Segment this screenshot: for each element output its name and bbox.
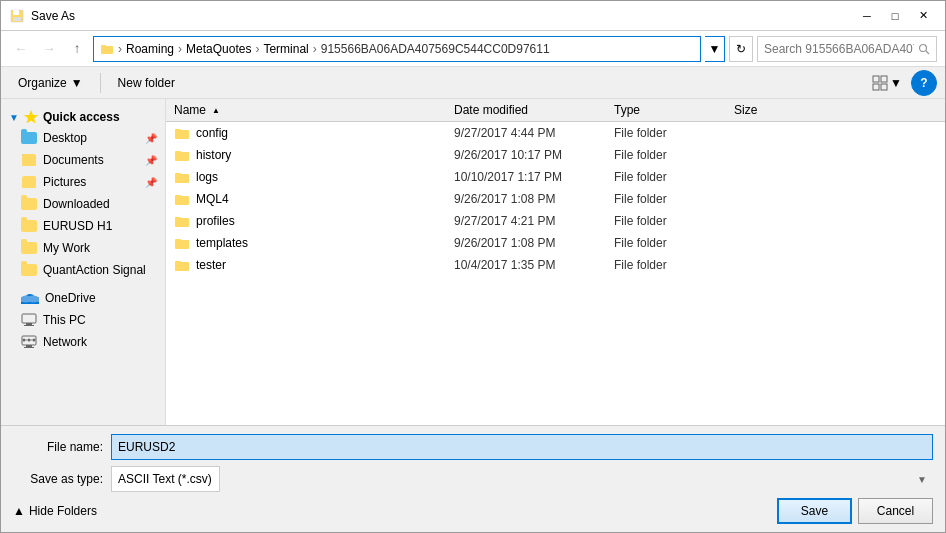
svg-rect-10 xyxy=(881,84,887,90)
sidebar-item-my-work[interactable]: My Work xyxy=(1,237,165,259)
address-dropdown-button[interactable]: ▼ xyxy=(705,36,725,62)
quick-access-header[interactable]: ▼ Quick access xyxy=(1,103,165,127)
column-headers: Name ▲ Date modified Type Size xyxy=(166,99,945,122)
organize-button[interactable]: Organize ▼ xyxy=(9,71,92,95)
documents-icon xyxy=(21,153,37,167)
bottom-section: File name: Save as type: ASCII Text (*.c… xyxy=(1,425,945,532)
address-bar: ← → ↑ › Roaming › MetaQuotes › Terminal … xyxy=(1,31,945,67)
svg-rect-22 xyxy=(26,323,32,325)
sidebar-item-eurusd-h1[interactable]: EURUSD H1 xyxy=(1,215,165,237)
svg-rect-8 xyxy=(881,76,887,82)
svg-rect-2 xyxy=(13,17,21,21)
save-button[interactable]: Save xyxy=(777,498,852,524)
svg-rect-25 xyxy=(26,345,32,347)
table-row[interactable]: history 9/26/2017 10:17 PM File folder xyxy=(166,144,945,166)
svg-marker-11 xyxy=(24,110,38,124)
main-area: ▼ Quick access Desktop 📌 Documents 📌 xyxy=(1,99,945,425)
help-button[interactable]: ? xyxy=(911,70,937,96)
svg-point-5 xyxy=(920,44,927,51)
svg-line-6 xyxy=(926,51,929,54)
svg-point-27 xyxy=(28,339,31,342)
back-button[interactable]: ← xyxy=(9,37,33,61)
col-header-type[interactable]: Type xyxy=(606,99,726,121)
sidebar-item-quantaction[interactable]: QuantAction Signal xyxy=(1,259,165,281)
svg-rect-43 xyxy=(175,239,181,242)
table-row[interactable]: tester 10/4/2017 1:35 PM File folder xyxy=(166,254,945,276)
folder-icon xyxy=(174,148,190,162)
svg-rect-45 xyxy=(175,261,181,264)
saveastype-row: Save as type: ASCII Text (*.csv) ▼ xyxy=(13,466,933,492)
folder-icon xyxy=(174,126,190,140)
sidebar-item-downloaded[interactable]: Downloaded xyxy=(1,193,165,215)
pictures-icon xyxy=(21,175,37,189)
sidebar-item-pictures[interactable]: Pictures 📌 xyxy=(1,171,165,193)
table-row[interactable]: profiles 9/27/2017 4:21 PM File folder xyxy=(166,210,945,232)
view-options-button[interactable]: ▼ xyxy=(867,71,907,95)
folder-icon xyxy=(174,192,190,206)
minimize-button[interactable]: ─ xyxy=(853,5,881,27)
sidebar-item-desktop[interactable]: Desktop 📌 xyxy=(1,127,165,149)
filename-label: File name: xyxy=(13,440,103,454)
onedrive-icon xyxy=(21,292,39,304)
search-box[interactable] xyxy=(757,36,937,62)
dialog-title: Save As xyxy=(31,9,75,23)
folder-icon xyxy=(174,258,190,272)
toolbar-separator xyxy=(100,73,101,93)
forward-button[interactable]: → xyxy=(37,37,61,61)
col-header-size[interactable]: Size xyxy=(726,99,806,121)
path-terminal[interactable]: Terminal xyxy=(263,42,308,56)
bottom-buttons-row: ▲ Hide Folders Save Cancel xyxy=(13,498,933,524)
thispc-icon xyxy=(21,313,37,327)
hide-folders-button[interactable]: ▲ Hide Folders xyxy=(13,504,97,518)
table-row[interactable]: templates 9/26/2017 1:08 PM File folder xyxy=(166,232,945,254)
cancel-button[interactable]: Cancel xyxy=(858,498,933,524)
pin-icon-documents: 📌 xyxy=(145,155,157,166)
filename-input[interactable] xyxy=(111,434,933,460)
saveastype-select[interactable]: ASCII Text (*.csv) xyxy=(111,466,220,492)
pin-icon-pictures: 📌 xyxy=(145,177,157,188)
quantaction-folder-icon xyxy=(21,264,37,276)
svg-rect-21 xyxy=(22,314,36,323)
sidebar-item-documents[interactable]: Documents 📌 xyxy=(1,149,165,171)
view-icon xyxy=(872,75,888,91)
svg-rect-37 xyxy=(175,173,181,176)
sidebar-item-network[interactable]: Network xyxy=(1,331,165,353)
address-path[interactable]: › Roaming › MetaQuotes › Terminal › 9155… xyxy=(93,36,701,62)
svg-rect-1 xyxy=(13,10,19,15)
folder-icon xyxy=(174,170,190,184)
sidebar-item-onedrive[interactable]: OneDrive xyxy=(1,287,165,309)
new-folder-button[interactable]: New folder xyxy=(109,71,184,95)
network-icon xyxy=(21,335,37,349)
folder-icon xyxy=(174,236,190,250)
svg-rect-9 xyxy=(873,84,879,90)
svg-rect-35 xyxy=(175,151,181,154)
select-arrow-icon: ▼ xyxy=(917,474,927,485)
path-metaquotes[interactable]: MetaQuotes xyxy=(186,42,251,56)
up-button[interactable]: ↑ xyxy=(65,37,89,61)
filename-row: File name: xyxy=(13,434,933,460)
path-roaming[interactable]: Roaming xyxy=(126,42,174,56)
close-button[interactable]: ✕ xyxy=(909,5,937,27)
eurusd-folder-icon xyxy=(21,220,37,232)
svg-rect-41 xyxy=(175,217,181,220)
path-guid: 915566BA06ADA407569C544CC0D97611 xyxy=(321,42,550,56)
content-area: Name ▲ Date modified Type Size xyxy=(166,99,945,425)
folder-icon xyxy=(174,214,190,228)
search-icon xyxy=(918,43,930,55)
maximize-button[interactable]: □ xyxy=(881,5,909,27)
quick-access-icon xyxy=(23,109,39,125)
svg-rect-39 xyxy=(175,195,181,198)
sidebar-item-thispc[interactable]: This PC xyxy=(1,309,165,331)
search-input[interactable] xyxy=(764,42,914,56)
title-bar: Save As ─ □ ✕ xyxy=(1,1,945,31)
svg-point-28 xyxy=(23,339,26,342)
col-header-date[interactable]: Date modified xyxy=(446,99,606,121)
svg-rect-4 xyxy=(101,45,106,48)
refresh-button[interactable]: ↻ xyxy=(729,36,753,62)
table-row[interactable]: logs 10/10/2017 1:17 PM File folder xyxy=(166,166,945,188)
table-row[interactable]: MQL4 9/26/2017 1:08 PM File folder xyxy=(166,188,945,210)
col-header-name[interactable]: Name ▲ xyxy=(166,99,446,121)
table-row[interactable]: config 9/27/2017 4:44 PM File folder xyxy=(166,122,945,144)
svg-rect-7 xyxy=(873,76,879,82)
svg-rect-20 xyxy=(21,297,39,302)
